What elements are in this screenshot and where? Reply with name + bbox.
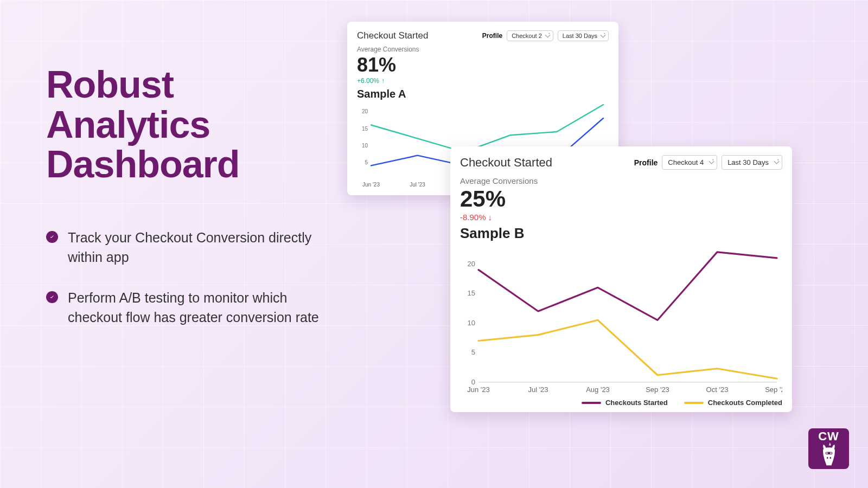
svg-point-29: [830, 452, 832, 454]
check-circle-icon: [46, 291, 58, 303]
svg-text:5: 5: [471, 348, 475, 356]
avg-conversions-value: 81%: [357, 54, 609, 76]
svg-text:0: 0: [471, 378, 475, 386]
date-range-select[interactable]: Last 30 Days: [722, 155, 782, 170]
svg-point-28: [826, 452, 827, 454]
profile-label: Profile: [482, 32, 502, 40]
chart-area-b: 05101520Jun '23Jul '23Aug '23Sep '23Oct …: [460, 242, 782, 395]
date-range-select[interactable]: Last 30 Days: [558, 30, 609, 41]
bullet-item: Perform A/B testing to monitor which che…: [46, 288, 328, 328]
chart-legend: Checkouts Started Checkouts Completed: [460, 399, 782, 407]
arrow-down-icon: ↓: [488, 213, 493, 222]
delta-value: +6.00% ↑: [357, 77, 609, 85]
svg-text:15: 15: [468, 289, 475, 297]
svg-text:Jul '23: Jul '23: [410, 182, 425, 188]
legend-label: Checkouts Started: [605, 399, 668, 407]
legend-label: Checkouts Completed: [708, 399, 782, 407]
svg-text:15: 15: [362, 125, 368, 131]
sample-name: Sample A: [357, 88, 609, 100]
check-circle-icon: [46, 231, 58, 243]
avg-conversions-label: Average Conversions: [460, 176, 782, 185]
analytics-card-sample-b: Checkout Started Profile Checkout 4 Last…: [450, 146, 792, 412]
legend-swatch: [582, 402, 601, 404]
svg-text:Sep '23: Sep '23: [646, 386, 669, 394]
svg-text:5: 5: [365, 159, 368, 165]
legend-completed: Checkouts Completed: [684, 399, 782, 407]
svg-text:10: 10: [362, 143, 368, 149]
bullet-item: Track your Checkout Conversion directly …: [46, 228, 328, 267]
svg-text:20: 20: [468, 260, 475, 268]
svg-point-30: [826, 457, 828, 459]
svg-text:20: 20: [362, 108, 368, 114]
feature-bullets: Track your Checkout Conversion directly …: [46, 228, 328, 348]
svg-text:10: 10: [468, 319, 475, 327]
svg-text:Jul '23: Jul '23: [528, 386, 548, 394]
llama-unicorn-icon: [817, 442, 841, 467]
profile-select[interactable]: Checkout 2: [507, 30, 553, 41]
page-headline: Robust Analytics Dashboard: [46, 65, 240, 185]
card-title: Checkout Started: [357, 30, 428, 41]
sample-name: Sample B: [460, 225, 782, 242]
delta-text: +6.00%: [357, 77, 379, 85]
svg-text:Oct '23: Oct '23: [706, 386, 729, 394]
bullet-text: Track your Checkout Conversion directly …: [68, 228, 328, 267]
headline-line-1: Robust: [46, 65, 240, 105]
headline-line-2: Analytics: [46, 105, 240, 145]
profile-label: Profile: [634, 158, 658, 167]
svg-text:Sep '23: Sep '23: [765, 386, 782, 394]
legend-started: Checkouts Started: [582, 399, 668, 407]
legend-swatch: [684, 402, 704, 404]
avg-conversions-value: 25%: [460, 187, 782, 211]
headline-line-3: Dashboard: [46, 145, 240, 185]
arrow-up-icon: ↑: [381, 77, 385, 85]
profile-select[interactable]: Checkout 4: [662, 155, 717, 170]
svg-point-31: [829, 457, 831, 459]
avg-conversions-label: Average Conversions: [357, 46, 609, 53]
bullet-text: Perform A/B testing to monitor which che…: [68, 288, 328, 328]
card-title: Checkout Started: [460, 156, 552, 170]
delta-value: -8.90% ↓: [460, 213, 782, 222]
logo-text: CW: [818, 431, 839, 442]
svg-text:Aug '23: Aug '23: [586, 386, 610, 394]
delta-text: -8.90%: [460, 213, 486, 222]
svg-text:Jun '23: Jun '23: [362, 182, 380, 188]
svg-text:Jun '23: Jun '23: [467, 386, 490, 394]
brand-logo-badge: CW: [808, 428, 849, 469]
